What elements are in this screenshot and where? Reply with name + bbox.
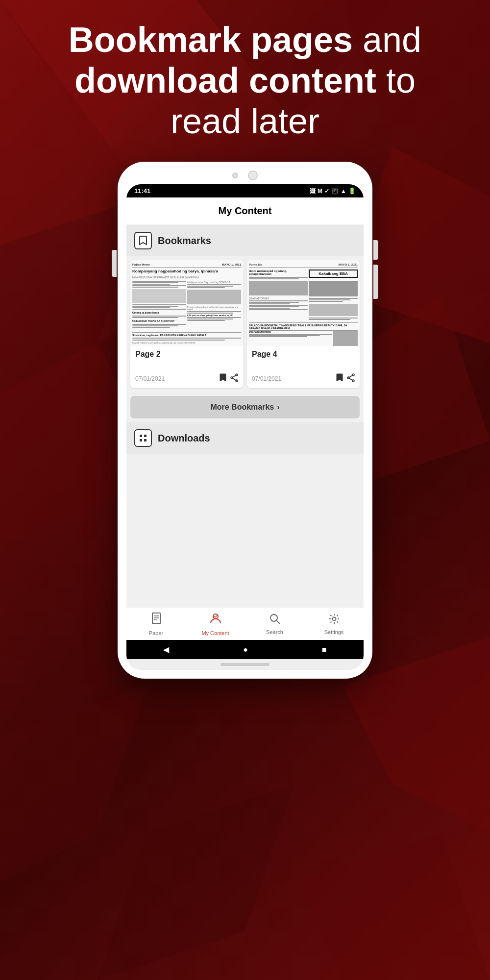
paper-icon <box>151 612 162 628</box>
hero-headline: Bookmark pages and download content to r… <box>29 20 461 141</box>
bookmark-save-icon-2[interactable] <box>336 373 343 384</box>
bookmark-thumb-1: Police Metro MAYO 1, 2021 Kompanyang nag… <box>130 260 243 346</box>
check-icon: ✓ <box>324 188 329 195</box>
home-pill <box>220 663 270 666</box>
app-title: My Content <box>219 205 272 216</box>
nav-label-settings: Settings <box>324 629 344 635</box>
bookmarks-section-header: Bookmarks <box>126 225 364 256</box>
phone-mockup: 11:41 🖼 M ✓ 📳 ▲ 🔋 My Content <box>118 162 372 679</box>
bookmark-share-icon-1[interactable] <box>230 373 238 384</box>
bookmark-info-2: Page 4 07/01/2021 <box>247 346 360 388</box>
more-bookmarks-chevron: › <box>277 403 279 412</box>
earpiece-speaker <box>248 171 258 180</box>
search-icon <box>270 613 280 627</box>
volume-down-button <box>373 265 378 299</box>
nav-item-paper[interactable]: Paper <box>142 612 171 636</box>
android-home-button[interactable]: ● <box>243 645 248 654</box>
volume-button <box>112 250 117 277</box>
settings-icon <box>329 613 340 627</box>
bookmark-page-2: Page 4 <box>252 350 355 359</box>
gmail-icon: M <box>318 188 322 195</box>
vibrate-icon: 📳 <box>331 188 339 195</box>
svg-rect-26 <box>144 439 147 441</box>
phone-outer: 11:41 🖼 M ✓ 📳 ▲ 🔋 My Content <box>118 162 372 679</box>
bookmark-date-1: 07/01/2021 <box>135 375 165 382</box>
phone-top-bar <box>126 171 364 180</box>
svg-marker-9 <box>0 686 147 882</box>
status-time: 11:41 <box>134 187 150 195</box>
nav-label-search: Search <box>266 629 283 635</box>
bookmark-share-icon-2[interactable] <box>347 373 355 384</box>
bookmark-footer-1: 07/01/2021 <box>135 373 238 384</box>
nav-item-my-content[interactable]: My Content <box>201 612 230 636</box>
nav-item-settings[interactable]: Settings <box>319 613 349 635</box>
newspaper-page-2: Police Metro MAYO 1, 2021 Kompanyang nag… <box>130 260 243 346</box>
svg-rect-27 <box>152 613 160 624</box>
svg-rect-23 <box>140 435 142 437</box>
home-indicator <box>126 659 364 670</box>
more-bookmarks-button[interactable]: More Bookmarks › <box>130 396 360 418</box>
bookmarks-grid: Police Metro MAYO 1, 2021 Kompanyang nag… <box>126 256 364 392</box>
front-camera <box>232 172 238 178</box>
power-button <box>373 240 378 260</box>
bookmark-save-icon-1[interactable] <box>220 373 226 384</box>
my-content-icon <box>210 612 221 628</box>
bookmark-page-1: Page 2 <box>135 350 238 359</box>
svg-marker-11 <box>98 784 294 980</box>
content-area: Bookmarks Police Metro MAYO 1, 2021 <box>126 225 364 607</box>
svg-line-17 <box>232 378 237 381</box>
bookmark-thumb-2: Punto Mo MAYO 1, 2021 Hindi makabayad ng… <box>247 260 360 346</box>
nav-item-search[interactable]: Search <box>260 613 290 635</box>
bookmark-footer-2: 07/01/2021 <box>252 373 355 384</box>
svg-line-16 <box>232 375 237 378</box>
bookmark-date-2: 07/01/2021 <box>252 375 281 382</box>
bookmark-actions-1 <box>220 373 238 384</box>
status-icons: 🖼 M ✓ 📳 ▲ 🔋 <box>310 188 356 195</box>
downloads-section-title: Downloads <box>158 433 210 444</box>
android-back-button[interactable]: ◀ <box>163 645 169 654</box>
nav-label-my-content: My Content <box>201 630 229 636</box>
bookmark-actions-2 <box>336 373 355 384</box>
svg-line-33 <box>276 620 280 624</box>
bookmark-card-2[interactable]: Punto Mo MAYO 1, 2021 Hindi makabayad ng… <box>247 260 360 388</box>
bookmarks-section-title: Bookmarks <box>158 235 211 246</box>
nav-label-paper: Paper <box>149 630 163 636</box>
app-header: My Content <box>126 197 364 225</box>
more-bookmarks-label: More Bookmarks <box>210 403 274 412</box>
android-recent-button[interactable]: ■ <box>322 645 327 654</box>
svg-point-32 <box>270 614 277 621</box>
wifi-icon: ▲ <box>341 188 346 195</box>
svg-rect-25 <box>140 439 142 441</box>
downloads-section-icon <box>134 429 152 447</box>
photo-icon: 🖼 <box>310 188 316 195</box>
bookmark-card-1[interactable]: Police Metro MAYO 1, 2021 Kompanyang nag… <box>130 260 243 388</box>
status-bar: 11:41 🖼 M ✓ 📳 ▲ 🔋 <box>126 184 364 197</box>
phone-screen: 11:41 🖼 M ✓ 📳 ▲ 🔋 My Content <box>126 184 364 670</box>
bookmark-info-1: Page 2 07/01/2021 <box>130 346 243 388</box>
svg-line-22 <box>348 378 353 381</box>
bottom-nav: Paper My Content <box>126 607 364 640</box>
battery-icon: 🔋 <box>348 188 356 195</box>
android-nav-bar: ◀ ● ■ <box>126 640 364 659</box>
hero-section: Bookmark pages and download content to r… <box>0 20 490 141</box>
newspaper-page-4: Punto Mo MAYO 1, 2021 Hindi makabayad ng… <box>247 260 360 346</box>
svg-point-34 <box>332 617 336 621</box>
bookmarks-section-icon <box>134 232 152 249</box>
svg-marker-12 <box>294 833 490 980</box>
downloads-section-header: Downloads <box>126 422 364 454</box>
svg-rect-24 <box>144 435 147 437</box>
svg-line-21 <box>348 375 353 378</box>
